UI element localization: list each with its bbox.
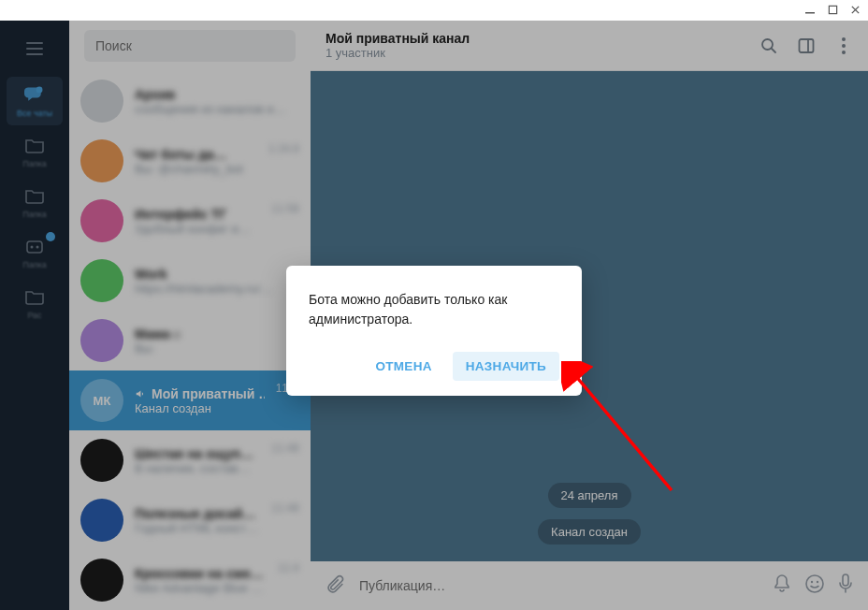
app-window: Все чаты Папка Папка Папка [0, 0, 868, 610]
close-button[interactable] [847, 2, 862, 17]
maximize-button[interactable] [825, 2, 840, 17]
assign-button[interactable]: НАЗНАЧИТЬ [453, 352, 559, 381]
cancel-button[interactable]: ОТМЕНА [362, 352, 444, 381]
dialog-text: Бота можно добавить только как администр… [309, 290, 559, 329]
svg-rect-0 [805, 12, 815, 14]
svg-rect-1 [829, 6, 836, 13]
minimize-button[interactable] [803, 2, 817, 17]
modal-overlay[interactable]: Бота можно добавить только как администр… [0, 21, 868, 610]
confirm-dialog: Бота можно добавить только как администр… [286, 266, 582, 396]
titlebar [0, 0, 868, 21]
window-controls [803, 2, 862, 17]
dialog-actions: ОТМЕНА НАЗНАЧИТЬ [309, 352, 559, 381]
